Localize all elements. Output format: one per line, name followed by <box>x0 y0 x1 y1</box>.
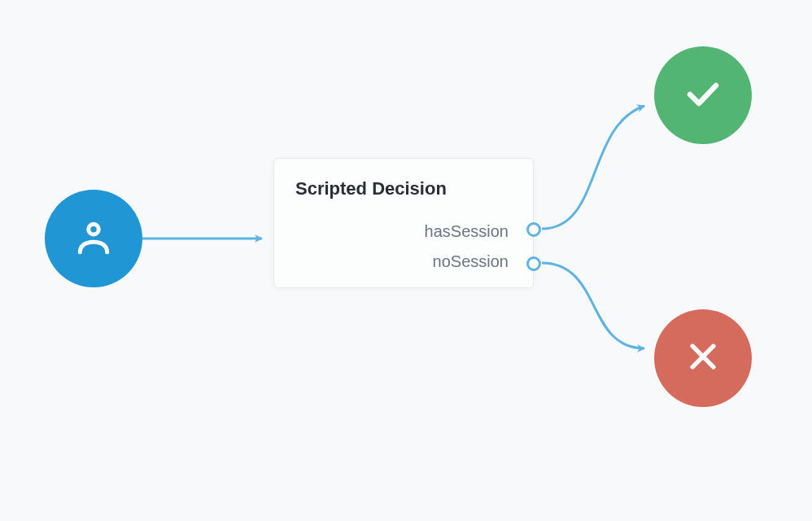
decision-node[interactable]: Scripted Decision hasSession noSession <box>273 158 534 288</box>
outcome-nosession: noSession <box>433 252 512 271</box>
outcome-port-hassession[interactable] <box>526 222 541 237</box>
check-icon <box>683 74 723 116</box>
failure-node[interactable] <box>654 309 752 407</box>
cross-icon <box>685 339 721 378</box>
svg-point-0 <box>89 224 99 234</box>
user-icon <box>73 217 114 260</box>
outcome-hassession: hasSession <box>425 222 512 241</box>
success-node[interactable] <box>654 46 752 144</box>
connector-hassession-to-success <box>542 106 644 229</box>
decision-title: Scripted Decision <box>295 178 512 199</box>
connector-nosession-to-failure <box>542 263 644 348</box>
flow-canvas: Scripted Decision hasSession noSession <box>0 0 812 521</box>
decision-outcomes: hasSession noSession <box>295 222 512 271</box>
start-node[interactable] <box>45 190 142 287</box>
outcome-port-nosession[interactable] <box>526 256 541 271</box>
